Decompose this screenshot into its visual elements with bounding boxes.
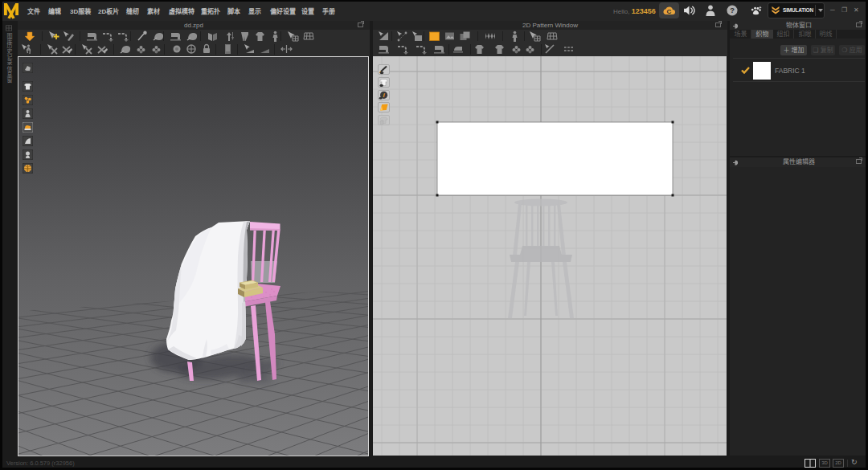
svg-text:C: C [667, 8, 672, 15]
svg-text:?: ? [730, 6, 735, 14]
